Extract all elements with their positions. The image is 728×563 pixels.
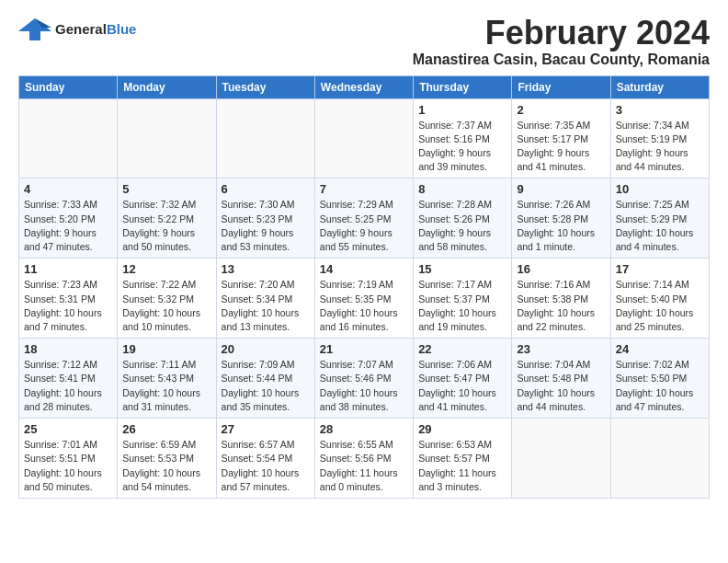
calendar-cell: 20Sunrise: 7:09 AMSunset: 5:44 PMDayligh… [216, 339, 314, 419]
day-info: Sunrise: 7:34 AMSunset: 5:19 PMDaylight:… [616, 119, 704, 175]
calendar-cell: 25Sunrise: 7:01 AMSunset: 5:51 PMDayligh… [19, 419, 118, 499]
calendar-cell: 14Sunrise: 7:19 AMSunset: 5:35 PMDayligh… [314, 259, 413, 339]
calendar-cell: 23Sunrise: 7:04 AMSunset: 5:48 PMDayligh… [512, 339, 610, 419]
day-info: Sunrise: 7:19 AMSunset: 5:35 PMDaylight:… [320, 278, 408, 334]
day-number: 13 [222, 262, 310, 276]
day-info: Sunrise: 7:35 AMSunset: 5:17 PMDaylight:… [517, 119, 605, 175]
day-number: 18 [24, 342, 112, 356]
calendar-cell: 18Sunrise: 7:12 AMSunset: 5:41 PMDayligh… [19, 339, 118, 419]
calendar-week-2: 4Sunrise: 7:33 AMSunset: 5:20 PMDaylight… [19, 178, 710, 259]
calendar-cell: 9Sunrise: 7:26 AMSunset: 5:28 PMDaylight… [512, 178, 610, 259]
day-info: Sunrise: 7:25 AMSunset: 5:29 PMDaylight:… [616, 198, 704, 254]
calendar-cell: 3Sunrise: 7:34 AMSunset: 5:19 PMDaylight… [610, 98, 709, 178]
col-header-thursday: Thursday [414, 75, 512, 98]
day-number: 25 [24, 422, 112, 436]
calendar-cell: 15Sunrise: 7:17 AMSunset: 5:37 PMDayligh… [414, 259, 512, 339]
calendar-cell: 10Sunrise: 7:25 AMSunset: 5:29 PMDayligh… [610, 178, 709, 259]
day-info: Sunrise: 7:20 AMSunset: 5:34 PMDaylight:… [222, 278, 310, 334]
day-info: Sunrise: 7:30 AMSunset: 5:23 PMDaylight:… [222, 198, 310, 254]
calendar-cell: 24Sunrise: 7:02 AMSunset: 5:50 PMDayligh… [610, 339, 709, 419]
day-number: 12 [122, 262, 210, 276]
calendar-cell [216, 98, 314, 178]
day-info: Sunrise: 6:57 AMSunset: 5:54 PMDaylight:… [222, 438, 310, 494]
day-info: Sunrise: 7:23 AMSunset: 5:31 PMDaylight:… [24, 278, 112, 334]
logo: GeneralBlue [18, 15, 136, 42]
day-number: 29 [418, 422, 506, 436]
day-info: Sunrise: 7:26 AMSunset: 5:28 PMDaylight:… [517, 198, 605, 254]
calendar-week-3: 11Sunrise: 7:23 AMSunset: 5:31 PMDayligh… [19, 259, 710, 339]
day-info: Sunrise: 7:16 AMSunset: 5:38 PMDaylight:… [517, 278, 605, 334]
calendar-cell: 27Sunrise: 6:57 AMSunset: 5:54 PMDayligh… [216, 419, 314, 499]
day-info: Sunrise: 7:32 AMSunset: 5:22 PMDaylight:… [122, 198, 210, 254]
calendar-header-row: SundayMondayTuesdayWednesdayThursdayFrid… [19, 75, 710, 98]
col-header-saturday: Saturday [610, 75, 709, 98]
calendar-cell: 17Sunrise: 7:14 AMSunset: 5:40 PMDayligh… [610, 259, 709, 339]
day-number: 9 [517, 182, 605, 196]
calendar-cell: 11Sunrise: 7:23 AMSunset: 5:31 PMDayligh… [19, 259, 118, 339]
day-number: 7 [320, 182, 408, 196]
calendar-cell: 8Sunrise: 7:28 AMSunset: 5:26 PMDaylight… [414, 178, 512, 259]
day-number: 17 [616, 262, 704, 276]
day-number: 21 [320, 342, 408, 356]
day-info: Sunrise: 7:02 AMSunset: 5:50 PMDaylight:… [616, 358, 704, 414]
calendar-cell: 1Sunrise: 7:37 AMSunset: 5:16 PMDaylight… [414, 98, 512, 178]
day-number: 14 [320, 262, 408, 276]
day-info: Sunrise: 7:07 AMSunset: 5:46 PMDaylight:… [320, 358, 408, 414]
day-info: Sunrise: 7:29 AMSunset: 5:25 PMDaylight:… [320, 198, 408, 254]
title-area: February 2024 Manastirea Casin, Bacau Co… [413, 15, 710, 68]
col-header-tuesday: Tuesday [216, 75, 314, 98]
calendar-cell: 12Sunrise: 7:22 AMSunset: 5:32 PMDayligh… [118, 259, 216, 339]
day-info: Sunrise: 7:01 AMSunset: 5:51 PMDaylight:… [24, 438, 112, 494]
logo-text: GeneralBlue [55, 21, 136, 37]
calendar-table: SundayMondayTuesdayWednesdayThursdayFrid… [18, 75, 710, 499]
day-info: Sunrise: 7:37 AMSunset: 5:16 PMDaylight:… [418, 119, 506, 175]
calendar-cell: 6Sunrise: 7:30 AMSunset: 5:23 PMDaylight… [216, 178, 314, 259]
day-info: Sunrise: 7:17 AMSunset: 5:37 PMDaylight:… [418, 278, 506, 334]
day-number: 26 [122, 422, 210, 436]
calendar-cell [610, 419, 709, 499]
calendar-cell: 5Sunrise: 7:32 AMSunset: 5:22 PMDaylight… [118, 178, 216, 259]
day-number: 4 [24, 182, 112, 196]
day-info: Sunrise: 7:22 AMSunset: 5:32 PMDaylight:… [122, 278, 210, 334]
location-title: Manastirea Casin, Bacau County, Romania [413, 52, 710, 68]
calendar-cell: 22Sunrise: 7:06 AMSunset: 5:47 PMDayligh… [414, 339, 512, 419]
calendar-week-1: 1Sunrise: 7:37 AMSunset: 5:16 PMDaylight… [19, 98, 710, 178]
day-number: 24 [616, 342, 704, 356]
calendar-cell: 4Sunrise: 7:33 AMSunset: 5:20 PMDaylight… [19, 178, 118, 259]
day-info: Sunrise: 7:28 AMSunset: 5:26 PMDaylight:… [418, 198, 506, 254]
day-info: Sunrise: 7:33 AMSunset: 5:20 PMDaylight:… [24, 198, 112, 254]
day-info: Sunrise: 7:12 AMSunset: 5:41 PMDaylight:… [24, 358, 112, 414]
day-number: 27 [222, 422, 310, 436]
calendar-cell [19, 98, 118, 178]
day-number: 23 [517, 342, 605, 356]
day-info: Sunrise: 7:11 AMSunset: 5:43 PMDaylight:… [122, 358, 210, 414]
col-header-wednesday: Wednesday [314, 75, 413, 98]
day-number: 22 [418, 342, 506, 356]
calendar-cell: 19Sunrise: 7:11 AMSunset: 5:43 PMDayligh… [118, 339, 216, 419]
col-header-sunday: Sunday [19, 75, 118, 98]
calendar-cell [512, 419, 610, 499]
month-title: February 2024 [413, 15, 710, 52]
day-number: 2 [517, 103, 605, 117]
day-info: Sunrise: 7:04 AMSunset: 5:48 PMDaylight:… [517, 358, 605, 414]
page-header: GeneralBlue February 2024 Manastirea Cas… [18, 15, 710, 68]
day-number: 10 [616, 182, 704, 196]
day-number: 11 [24, 262, 112, 276]
svg-marker-0 [18, 18, 51, 40]
calendar-cell: 13Sunrise: 7:20 AMSunset: 5:34 PMDayligh… [216, 259, 314, 339]
day-number: 6 [222, 182, 310, 196]
calendar-cell: 7Sunrise: 7:29 AMSunset: 5:25 PMDaylight… [314, 178, 413, 259]
day-info: Sunrise: 6:59 AMSunset: 5:53 PMDaylight:… [122, 438, 210, 494]
calendar-week-5: 25Sunrise: 7:01 AMSunset: 5:51 PMDayligh… [19, 419, 710, 499]
calendar-cell: 26Sunrise: 6:59 AMSunset: 5:53 PMDayligh… [118, 419, 216, 499]
logo-icon [18, 15, 51, 42]
day-number: 15 [418, 262, 506, 276]
col-header-monday: Monday [118, 75, 216, 98]
day-number: 5 [122, 182, 210, 196]
calendar-cell: 21Sunrise: 7:07 AMSunset: 5:46 PMDayligh… [314, 339, 413, 419]
day-info: Sunrise: 7:06 AMSunset: 5:47 PMDaylight:… [418, 358, 506, 414]
calendar-cell: 29Sunrise: 6:53 AMSunset: 5:57 PMDayligh… [414, 419, 512, 499]
day-number: 28 [320, 422, 408, 436]
day-number: 3 [616, 103, 704, 117]
day-number: 1 [418, 103, 506, 117]
